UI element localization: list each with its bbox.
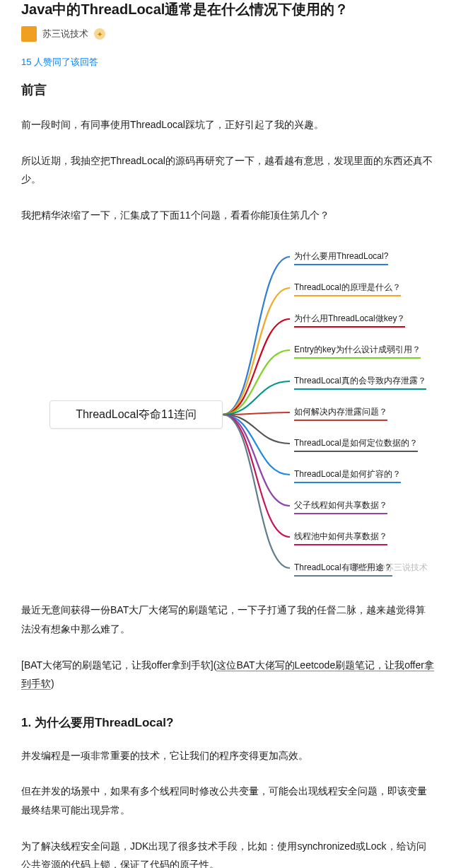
mindmap-branch-node: ThreadLocal有哪些用途？ xyxy=(294,562,392,577)
mindmap-branch-node: ThreadLocal是如何定位数据的？ xyxy=(294,437,418,452)
paragraph: 我把精华浓缩了一下，汇集成了下面11个问题，看看你能顶住第几个？ xyxy=(21,206,435,225)
paragraph: 前一段时间，有同事使用ThreadLocal踩坑了，正好引起了我的兴趣。 xyxy=(21,115,435,134)
question-title: Java中的ThreadLocal通常是在什么情况下使用的？ xyxy=(0,0,456,19)
paragraph: 所以近期，我抽空把ThreadLocal的源码再研究了一下，越看越有意思，发现里… xyxy=(21,151,435,189)
paragraph: 但在并发的场景中，如果有多个线程同时修改公共变量，可能会出现线程安全问题，即该变… xyxy=(21,782,435,819)
paragraph-link: [BAT大佬写的刷题笔记，让我offer拿到手软](这位BAT大佬写的Leetc… xyxy=(21,656,435,693)
mindmap-branch-node: Entry的key为什么设计成弱引用？ xyxy=(294,344,421,359)
verified-badge-icon: ✦ xyxy=(94,28,105,40)
author-name[interactable]: 苏三说技术 xyxy=(42,28,88,40)
mindmap-branch-node: 为什么用ThreadLocal做key？ xyxy=(294,313,405,328)
mindmap-branch-node: ThreadLocal的原理是什么？ xyxy=(294,282,401,296)
preface-heading: 前言 xyxy=(21,81,435,98)
mindmap-branch-node: 父子线程如何共享数据？ xyxy=(294,499,387,514)
mindmap-root-node: ThreadLocal夺命11连问 xyxy=(49,400,223,429)
link-suffix: ) xyxy=(51,678,54,689)
upvote-count[interactable]: 15 人赞同了该回答 xyxy=(21,56,435,69)
mindmap-branch-node: ThreadLocal是如何扩容的？ xyxy=(294,468,401,483)
mindmap-branch-node: ThreadLocal真的会导致内存泄露？ xyxy=(294,375,426,390)
paragraph: 并发编程是一项非常重要的技术，它让我们的程序变得更加高效。 xyxy=(21,746,435,765)
author-avatar[interactable] xyxy=(21,26,37,42)
mindmap-branch-node: 如何解决内存泄露问题？ xyxy=(294,406,387,421)
mindmap-branch-node: 线程池中如何共享数据？ xyxy=(294,531,387,545)
mindmap-branch-node: 为什么要用ThreadLocal? xyxy=(294,250,388,265)
author-row: 苏三说技术 ✦ xyxy=(0,26,456,42)
paragraph: 为了解决线程安全问题，JDK出现了很多技术手段，比如：使用synchronize… xyxy=(21,837,435,868)
link-prefix: [BAT大佬写的刷题笔记，让我offer拿到手软]( xyxy=(21,659,216,671)
paragraph: 最近无意间获得一份BAT大厂大佬写的刷题笔记，一下子打通了我的任督二脉，越来越觉… xyxy=(21,601,435,638)
mindmap-figure: ThreadLocal夺命11连问 知乎 @苏三说技术 为什么要用ThreadL… xyxy=(21,241,435,581)
section-heading: 1. 为什么要用ThreadLocal? xyxy=(21,714,435,731)
